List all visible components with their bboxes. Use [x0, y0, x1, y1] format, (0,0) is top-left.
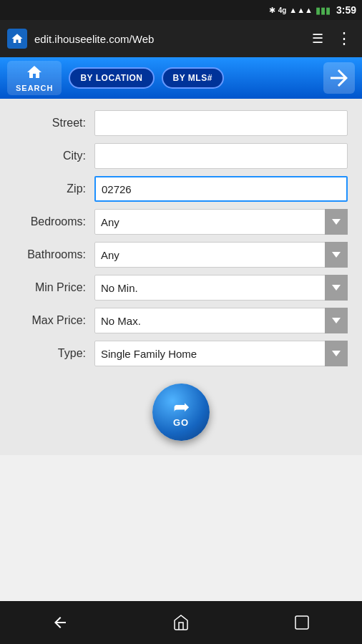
signal-icon: ▲▲▲: [289, 6, 313, 14]
street-input[interactable]: [94, 110, 348, 136]
search-label: SEARCH: [16, 84, 53, 92]
home-icon: [172, 614, 190, 631]
status-time: 3:59: [336, 4, 356, 16]
recents-button[interactable]: [280, 608, 323, 637]
back-button[interactable]: [39, 608, 82, 637]
svg-rect-0: [295, 616, 308, 629]
home-button[interactable]: [160, 608, 202, 637]
bottom-bar: [0, 601, 362, 644]
go-section: ➦ GO: [0, 384, 362, 441]
house-favicon-icon: [11, 32, 24, 45]
search-button[interactable]: SEARCH: [7, 61, 62, 95]
street-label: Street:: [14, 117, 86, 130]
4g-icon: 4g: [278, 6, 287, 14]
bluetooth-icon: ✱: [269, 6, 275, 15]
browser-url: edit.ihouseelite.com/Web: [34, 33, 302, 45]
back-icon: [52, 614, 69, 631]
go-arrow-icon: ➦: [173, 397, 190, 417]
house-icon: [26, 64, 43, 79]
bathrooms-label: Bathrooms:: [14, 248, 86, 261]
zip-label: Zip:: [14, 182, 86, 195]
max-price-select[interactable]: No Max. $100,000 $200,000 $300,000 $400,…: [94, 308, 348, 333]
min-price-row: Min Price: No Min. $50,000 $100,000 $200…: [14, 275, 348, 301]
min-price-select-wrapper: No Min. $50,000 $100,000 $200,000 $300,0…: [94, 275, 348, 301]
street-row: Street:: [14, 110, 348, 136]
type-label: Type:: [14, 347, 86, 360]
main-content: Street: City: Zip: Bedrooms: Any 1 2 3 4…: [0, 99, 362, 455]
bedrooms-label: Bedrooms:: [14, 215, 86, 228]
city-row: City:: [14, 143, 348, 169]
bedrooms-select[interactable]: Any 1 2 3 4 5+: [94, 209, 348, 235]
max-price-select-wrapper: No Max. $100,000 $200,000 $300,000 $400,…: [94, 308, 348, 333]
by-mls-button[interactable]: BY MLS#: [162, 67, 224, 89]
battery-icon: ▮▮▮: [315, 5, 331, 16]
nav-go-button[interactable]: [323, 62, 355, 94]
favicon: [7, 29, 27, 49]
go-button[interactable]: ➦ GO: [152, 384, 210, 441]
nav-go-arrow-icon: [326, 65, 352, 91]
browser-bar: edit.ihouseelite.com/Web ☰ ⋮: [0, 20, 362, 57]
recents-icon: [293, 614, 310, 631]
type-select[interactable]: Single Family Home Condo Townhouse Multi…: [94, 341, 348, 366]
zip-input[interactable]: [94, 176, 348, 202]
nav-bar: SEARCH BY LOCATION BY MLS#: [0, 57, 362, 99]
city-input[interactable]: [94, 143, 348, 169]
home-search-icon: [26, 64, 43, 84]
go-label: GO: [173, 417, 189, 428]
status-bar: ✱ 4g ▲▲▲ ▮▮▮ 3:59: [0, 0, 362, 20]
max-price-row: Max Price: No Max. $100,000 $200,000 $30…: [14, 308, 348, 333]
bathrooms-row: Bathrooms: Any 1 2 3 4 5+: [14, 242, 348, 268]
bathrooms-select[interactable]: Any 1 2 3 4 5+: [94, 242, 348, 268]
min-price-select[interactable]: No Min. $50,000 $100,000 $200,000 $300,0…: [94, 275, 348, 301]
type-select-wrapper: Single Family Home Condo Townhouse Multi…: [94, 341, 348, 366]
city-label: City:: [14, 150, 86, 162]
browser-menu-icon[interactable]: ☰: [309, 28, 326, 49]
by-location-button[interactable]: BY LOCATION: [69, 67, 154, 89]
zip-row: Zip:: [14, 176, 348, 202]
bedrooms-row: Bedrooms: Any 1 2 3 4 5+: [14, 209, 348, 235]
browser-more-icon[interactable]: ⋮: [333, 26, 355, 51]
type-row: Type: Single Family Home Condo Townhouse…: [14, 341, 348, 366]
bedrooms-select-wrapper: Any 1 2 3 4 5+: [94, 209, 348, 235]
bathrooms-select-wrapper: Any 1 2 3 4 5+: [94, 242, 348, 268]
min-price-label: Min Price:: [14, 281, 86, 294]
max-price-label: Max Price:: [14, 314, 86, 327]
